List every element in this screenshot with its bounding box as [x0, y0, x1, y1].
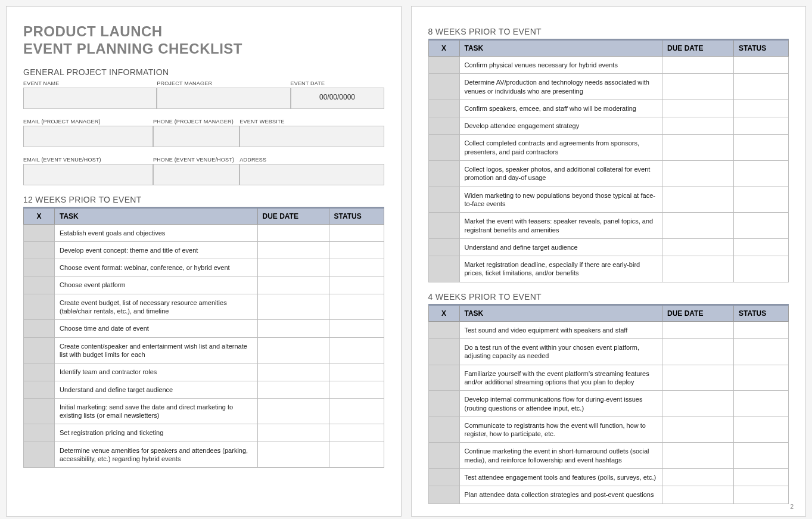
checkbox-cell[interactable] — [428, 117, 459, 135]
due-date-cell[interactable] — [257, 294, 329, 320]
status-cell[interactable] — [734, 365, 789, 391]
due-date-cell[interactable] — [662, 443, 734, 469]
status-cell[interactable] — [734, 161, 789, 187]
checkbox-cell[interactable] — [24, 294, 55, 320]
input-email-pm[interactable] — [23, 126, 153, 147]
status-cell[interactable] — [734, 187, 789, 213]
due-date-cell[interactable] — [257, 363, 329, 381]
status-cell[interactable] — [329, 294, 384, 320]
checkbox-cell[interactable] — [24, 276, 55, 294]
due-date-cell[interactable] — [662, 135, 734, 161]
due-date-cell[interactable] — [257, 381, 329, 398]
due-date-cell[interactable] — [257, 224, 329, 241]
due-date-cell[interactable] — [662, 365, 734, 391]
due-date-cell[interactable] — [257, 398, 329, 424]
checkbox-cell[interactable] — [24, 398, 55, 424]
checkbox-cell[interactable] — [428, 417, 459, 443]
checkbox-cell[interactable] — [24, 381, 55, 398]
status-cell[interactable] — [329, 442, 384, 468]
checkbox-cell[interactable] — [428, 486, 459, 504]
status-cell[interactable] — [734, 117, 789, 135]
due-date-cell[interactable] — [257, 442, 329, 468]
due-date-cell[interactable] — [257, 337, 329, 363]
checkbox-cell[interactable] — [24, 241, 55, 259]
due-date-cell[interactable] — [662, 213, 734, 239]
status-cell[interactable] — [734, 57, 789, 74]
input-address[interactable] — [239, 164, 384, 185]
input-event-name[interactable] — [23, 88, 157, 109]
checkbox-cell[interactable] — [428, 469, 459, 486]
status-cell[interactable] — [329, 320, 384, 337]
due-date-cell[interactable] — [662, 417, 734, 443]
status-cell[interactable] — [329, 381, 384, 398]
checkbox-cell[interactable] — [24, 224, 55, 241]
due-date-cell[interactable] — [662, 321, 734, 338]
status-cell[interactable] — [734, 135, 789, 161]
input-project-manager[interactable] — [157, 88, 290, 109]
due-date-cell[interactable] — [662, 187, 734, 213]
status-cell[interactable] — [734, 391, 789, 417]
status-cell[interactable] — [734, 339, 789, 365]
input-email-venue[interactable] — [23, 164, 153, 185]
checkbox-cell[interactable] — [428, 187, 459, 213]
status-cell[interactable] — [329, 224, 384, 241]
status-cell[interactable] — [329, 337, 384, 363]
checkbox-cell[interactable] — [428, 256, 459, 282]
status-cell[interactable] — [734, 100, 789, 117]
status-cell[interactable] — [734, 417, 789, 443]
checkbox-cell[interactable] — [24, 442, 55, 468]
checkbox-cell[interactable] — [428, 339, 459, 365]
status-cell[interactable] — [734, 238, 789, 256]
status-cell[interactable] — [734, 443, 789, 469]
status-cell[interactable] — [734, 469, 789, 486]
checkbox-cell[interactable] — [24, 320, 55, 337]
checkbox-cell[interactable] — [24, 337, 55, 363]
checkbox-cell[interactable] — [428, 213, 459, 239]
checkbox-cell[interactable] — [24, 363, 55, 381]
checkbox-cell[interactable] — [428, 321, 459, 338]
due-date-cell[interactable] — [662, 100, 734, 117]
due-date-cell[interactable] — [662, 161, 734, 187]
input-website[interactable] — [239, 126, 384, 147]
checkbox-cell[interactable] — [428, 74, 459, 100]
checkbox-cell[interactable] — [24, 424, 55, 442]
due-date-cell[interactable] — [662, 339, 734, 365]
task-cell: Determine venue amenities for speakers a… — [55, 442, 258, 468]
due-date-cell[interactable] — [257, 241, 329, 259]
due-date-cell[interactable] — [662, 238, 734, 256]
status-cell[interactable] — [329, 259, 384, 276]
due-date-cell[interactable] — [662, 391, 734, 417]
due-date-cell[interactable] — [257, 259, 329, 276]
input-phone-venue[interactable] — [153, 164, 239, 185]
status-cell[interactable] — [329, 398, 384, 424]
checkbox-cell[interactable] — [428, 161, 459, 187]
due-date-cell[interactable] — [662, 117, 734, 135]
status-cell[interactable] — [734, 486, 789, 504]
status-cell[interactable] — [329, 276, 384, 294]
due-date-cell[interactable] — [662, 486, 734, 504]
due-date-cell[interactable] — [257, 424, 329, 442]
due-date-cell[interactable] — [662, 57, 734, 74]
checkbox-cell[interactable] — [428, 238, 459, 256]
status-cell[interactable] — [734, 213, 789, 239]
due-date-cell[interactable] — [257, 320, 329, 337]
status-cell[interactable] — [329, 241, 384, 259]
checkbox-cell[interactable] — [428, 391, 459, 417]
input-event-date[interactable]: 00/00/0000 — [291, 88, 384, 109]
checkbox-cell[interactable] — [24, 259, 55, 276]
checkbox-cell[interactable] — [428, 100, 459, 117]
status-cell[interactable] — [329, 363, 384, 381]
checkbox-cell[interactable] — [428, 135, 459, 161]
checkbox-cell[interactable] — [428, 365, 459, 391]
status-cell[interactable] — [329, 424, 384, 442]
checkbox-cell[interactable] — [428, 443, 459, 469]
due-date-cell[interactable] — [257, 276, 329, 294]
status-cell[interactable] — [734, 321, 789, 338]
input-phone-pm[interactable] — [153, 126, 239, 147]
due-date-cell[interactable] — [662, 256, 734, 282]
status-cell[interactable] — [734, 74, 789, 100]
due-date-cell[interactable] — [662, 74, 734, 100]
status-cell[interactable] — [734, 256, 789, 282]
due-date-cell[interactable] — [662, 469, 734, 486]
checkbox-cell[interactable] — [428, 57, 459, 74]
